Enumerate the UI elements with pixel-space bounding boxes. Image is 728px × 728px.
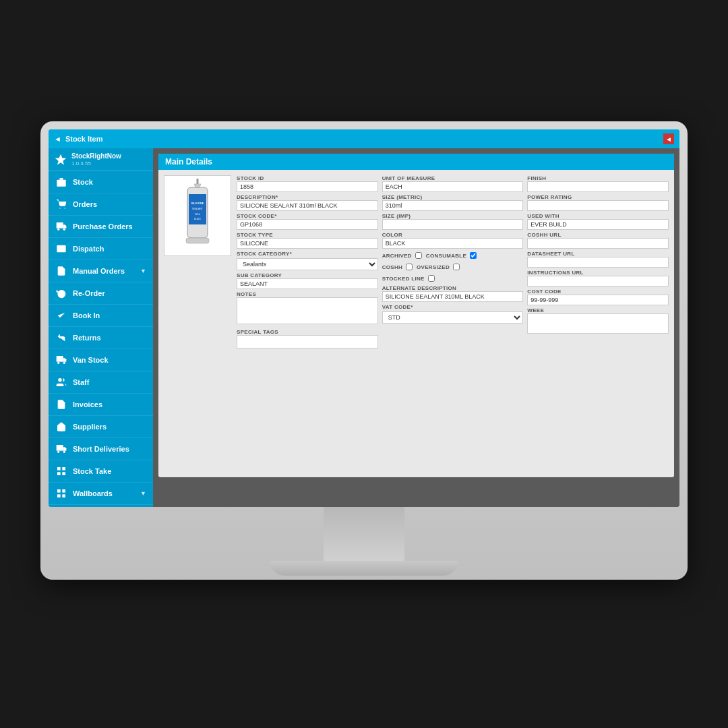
stock-card: Main Details [158, 154, 674, 477]
svg-point-15 [63, 451, 65, 453]
purchase-orders-icon [55, 220, 67, 233]
book-in-icon [55, 309, 67, 322]
stocked-line-checkbox[interactable] [428, 275, 435, 282]
power-rating-label: POWER RATING [527, 194, 669, 200]
coshh-url-value[interactable] [527, 238, 669, 249]
stock-icon [55, 176, 67, 188]
sidebar-item-stock[interactable]: Stock [49, 171, 153, 193]
archived-check-item: ARCHIVED [382, 252, 422, 259]
close-button[interactable]: ◄ [663, 133, 674, 144]
sidebar-stock-label: Stock [73, 178, 93, 186]
archived-checkbox[interactable] [415, 252, 422, 259]
sidebar-item-short-deliveries[interactable]: Short Deliveries [49, 438, 153, 460]
top-bar: ◄ Stock Item ◄ [49, 129, 679, 148]
power-rating-row: POWER RATING [527, 194, 669, 211]
instructions-url-label: INSTRUCTIONS URL [527, 270, 669, 276]
oversized-checkbox[interactable] [453, 264, 460, 270]
weee-value[interactable] [527, 313, 669, 334]
oversized-label: OVERSIZED [417, 264, 450, 270]
stock-type-label: STOCK TYPE [237, 232, 378, 238]
sidebar-item-invoices[interactable]: Invoices [49, 394, 153, 416]
stock-id-value[interactable]: 1858 [237, 181, 378, 192]
sidebar-item-orders[interactable]: Orders [49, 193, 153, 216]
sidebar-item-measures[interactable]: Measures [49, 505, 153, 507]
coshh-label: COSHH [382, 264, 402, 270]
notes-row: NOTES [237, 291, 378, 327]
svg-marker-33 [194, 184, 201, 187]
special-tags-row: SPECIAL TAGS [237, 329, 378, 348]
vat-code-select[interactable]: STD [382, 311, 524, 324]
power-rating-value[interactable] [527, 200, 669, 211]
svg-rect-16 [57, 467, 61, 471]
weee-label: WEEE [527, 307, 669, 313]
used-with-value[interactable]: EVER BUILD [527, 219, 669, 230]
size-metric-row: SIZE (METRIC) 310ml [382, 194, 524, 211]
instructions-url-value[interactable] [527, 276, 669, 286]
reorder-icon [55, 287, 67, 299]
sidebar-item-van-stock[interactable]: Van Stock [49, 349, 153, 371]
svg-text:310ml: 310ml [195, 213, 201, 216]
sidebar-returns-label: Returns [73, 334, 101, 342]
color-value[interactable]: BLACK [382, 238, 524, 249]
finish-label: FINISH [527, 175, 669, 181]
back-arrow[interactable]: ◄ [54, 135, 61, 143]
coshh-checkbox[interactable] [406, 264, 413, 270]
svg-point-5 [57, 229, 59, 231]
sidebar-item-purchase-orders[interactable]: Purchase Orders [49, 216, 153, 238]
sidebar-item-suppliers[interactable]: Suppliers [49, 416, 153, 438]
notes-label: NOTES [237, 291, 378, 297]
size-imp-row: SIZE (IMP) [382, 213, 524, 230]
svg-rect-23 [62, 494, 65, 497]
coshh-url-row: COSHH URL [527, 232, 669, 249]
stock-type-value[interactable]: SILICONE [237, 238, 378, 249]
coshh-url-label: COSHH URL [527, 232, 669, 238]
svg-point-11 [63, 362, 65, 364]
finish-value[interactable] [527, 181, 669, 192]
svg-marker-0 [55, 154, 67, 164]
notes-input[interactable] [237, 297, 378, 324]
svg-rect-21 [62, 489, 65, 493]
sidebar-item-dispatch[interactable]: Dispatch [49, 238, 153, 260]
datasheet-url-row: DATASHEET URL [527, 251, 669, 268]
sidebar-dispatch-label: Dispatch [73, 245, 104, 253]
svg-rect-19 [62, 472, 65, 475]
stock-id-row: STOCK ID 1858 [237, 175, 378, 192]
sidebar-reorder-label: Re-Order [73, 289, 105, 297]
size-imp-value[interactable] [382, 219, 524, 230]
van-stock-icon [55, 354, 67, 366]
sub-category-value[interactable]: SEALANT [237, 278, 378, 289]
consumable-checkbox[interactable] [470, 252, 477, 259]
stock-category-label: STOCK CATEGORY* [237, 251, 378, 257]
sidebar-po-label: Purchase Orders [73, 222, 133, 231]
datasheet-url-value[interactable] [527, 257, 669, 268]
stock-category-select[interactable]: Sealants [237, 258, 378, 270]
sidebar-item-returns[interactable]: Returns [49, 327, 153, 349]
instructions-url-row: INSTRUCTIONS URL [527, 270, 669, 286]
sidebar-item-wallboards[interactable]: Wallboards ▼ [49, 483, 153, 505]
size-metric-value[interactable]: 310ml [382, 200, 524, 211]
svg-point-2 [59, 208, 60, 208]
sidebar-suppliers-label: Suppliers [73, 423, 107, 431]
special-tags-value[interactable] [237, 335, 378, 348]
uom-value[interactable]: EACH [382, 181, 524, 192]
stock-code-value[interactable]: GP1068 [237, 219, 378, 230]
description-label: DESCRIPTION* [237, 194, 378, 200]
alt-description-row: ALTERNATE DESCRIPTION SILICONE SEALANT 3… [382, 285, 524, 302]
svg-rect-22 [57, 494, 61, 497]
sidebar-item-stock-take[interactable]: Stock Take [49, 460, 153, 483]
sidebar-stocktake-label: Stock Take [73, 467, 111, 475]
sidebar-item-manual-orders[interactable]: Manual Orders ▼ [49, 260, 153, 282]
svg-rect-4 [57, 222, 63, 229]
description-value[interactable]: SILICONE SEALANT 310ml BLACK [237, 200, 378, 211]
svg-rect-35 [186, 238, 209, 243]
stock-category-row: STOCK CATEGORY* Sealants [237, 251, 378, 270]
sidebar-item-book-in[interactable]: Book In [49, 305, 153, 327]
sub-category-row: SUB CATEGORY SEALANT [237, 272, 378, 289]
alt-description-value[interactable]: SILICONE SEALANT 310ML BLACK [382, 291, 524, 302]
cost-code-value[interactable]: 99-99-999 [527, 295, 669, 305]
manual-orders-arrow: ▼ [140, 268, 146, 274]
svg-point-14 [57, 451, 59, 453]
sidebar-orders-label: Orders [73, 200, 97, 208]
sidebar-item-staff[interactable]: Staff [49, 371, 153, 394]
sidebar-item-reorder[interactable]: Re-Order [49, 282, 153, 305]
